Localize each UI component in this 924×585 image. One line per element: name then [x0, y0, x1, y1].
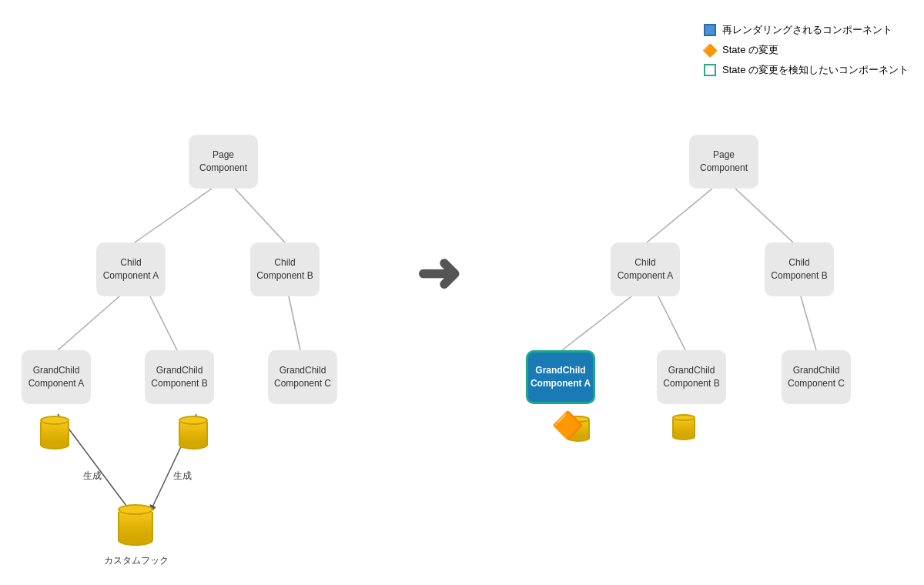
right-grandchild-c: GrandChild Component C [782, 350, 851, 404]
legend-detect-label: State の変更を検知したいコンポーネント [722, 63, 909, 77]
svg-line-10 [658, 296, 685, 350]
legend: 再レンダリングされるコンポーネント 🔶 State の変更 State の変更を… [704, 23, 909, 77]
legend-item-detect: State の変更を検知したいコンポーネント [704, 63, 909, 77]
left-child-b-label: Child Component B [256, 256, 313, 282]
right-page-component: Page Component [689, 135, 758, 189]
legend-rerender-label: 再レンダリングされるコンポーネント [722, 23, 892, 37]
db-right-grandchild-b [672, 414, 695, 440]
left-grandchild-b: GrandChild Component B [145, 350, 214, 404]
svg-line-8 [735, 189, 793, 242]
legend-item-state-change: 🔶 State の変更 [704, 43, 909, 57]
left-grandchild-b-label: GrandChild Component B [151, 364, 207, 390]
db-grandchild-a [40, 416, 69, 450]
state-burst-icon: 🔶 [551, 410, 584, 440]
label-custom-hook: カスタムフック [104, 554, 169, 567]
right-grandchild-b: GrandChild Component B [657, 350, 726, 404]
left-grandchild-c: GrandChild Component C [268, 350, 337, 404]
svg-line-9 [562, 296, 631, 350]
right-page-label: Page Component [700, 149, 748, 175]
svg-line-0 [135, 189, 212, 242]
right-grandchild-c-label: GrandChild Component C [788, 364, 845, 390]
right-child-a-label: Child Component A [618, 256, 674, 282]
right-grandchild-b-label: GrandChild Component B [663, 364, 719, 390]
left-child-a: Child Component A [96, 242, 166, 296]
db-grandchild-b [179, 416, 208, 450]
left-grandchild-a: GrandChild Component A [22, 350, 91, 404]
left-child-a-label: Child Component A [103, 256, 159, 282]
left-page-label: Page Component [199, 149, 247, 175]
label-seisei-a: 生成 [83, 470, 102, 483]
legend-state-change-label: State の変更 [722, 43, 778, 57]
left-grandchild-a-label: GrandChild Component A [28, 364, 85, 390]
svg-line-7 [647, 189, 712, 242]
svg-line-4 [289, 296, 300, 350]
label-seisei-b: 生成 [173, 470, 192, 483]
right-child-b: Child Component B [765, 242, 834, 296]
legend-teal-box [704, 64, 716, 76]
right-grandchild-a-label: GrandChild Component A [531, 364, 591, 390]
db-custom-hook [118, 504, 153, 546]
svg-line-3 [150, 296, 177, 350]
left-child-b: Child Component B [250, 242, 320, 296]
svg-line-1 [235, 189, 285, 242]
svg-line-2 [58, 296, 119, 350]
transition-arrow: ➜ [416, 246, 461, 300]
right-grandchild-a: GrandChild Component A [526, 350, 595, 404]
legend-item-rerender: 再レンダリングされるコンポーネント [704, 23, 909, 37]
right-child-b-label: Child Component B [771, 256, 827, 282]
legend-orange-icon: 🔶 [704, 44, 716, 56]
right-child-a: Child Component A [611, 242, 680, 296]
left-page-component: Page Component [189, 135, 258, 189]
left-grandchild-c-label: GrandChild Component C [274, 364, 331, 390]
svg-line-11 [801, 296, 816, 350]
legend-blue-box [704, 24, 716, 36]
